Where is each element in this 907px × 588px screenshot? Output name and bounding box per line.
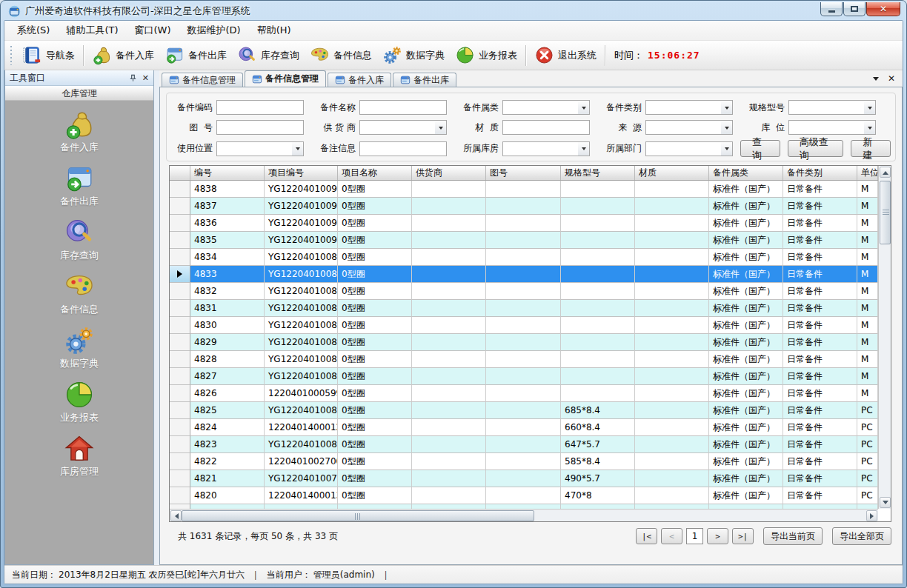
chevron-down-icon[interactable]: [721, 101, 732, 114]
table-row-4823[interactable]: 4823YG122040100800型圈647*5.7标准件（国产）日常备件PC: [170, 436, 878, 453]
column-header-项目编号[interactable]: 项目编号: [265, 166, 338, 180]
export-all-pages-button[interactable]: 导出全部页: [832, 527, 891, 545]
table-row-4827[interactable]: 4827YG122040100820型圈标准件（国产）日常备件M: [170, 368, 878, 385]
sidebar-section-warehouse[interactable]: 仓库管理: [5, 86, 153, 101]
table-row-4836[interactable]: 4836YG122040100910型圈标准件（国产）日常备件M: [170, 215, 878, 232]
column-header-规格型号[interactable]: 规格型号: [561, 166, 635, 180]
part-category-combo[interactable]: [645, 100, 733, 115]
scroll-right-icon[interactable]: [866, 510, 877, 521]
table-row-4832[interactable]: 4832YG122040100870型圈标准件（国产）日常备件M: [170, 283, 878, 300]
table-row-4830[interactable]: 4830YG122040100850型圈标准件（国产）日常备件M: [170, 317, 878, 334]
prev-page-button[interactable]: <: [661, 528, 682, 544]
horizontal-scrollbar[interactable]: [170, 509, 878, 521]
toolbar-button-备件出库[interactable]: 备件出库: [159, 43, 232, 67]
table-row-4824[interactable]: 482412204014000120型圈660*8.4标准件（国产）日常备件PC: [170, 419, 878, 436]
table-row-4834[interactable]: 4834YG122040100890型圈标准件（国产）日常备件M: [170, 249, 878, 266]
pin-icon[interactable]: [129, 74, 137, 82]
supplier-combo[interactable]: [359, 120, 447, 135]
advanced-query-button[interactable]: 高级查询: [788, 140, 844, 157]
table-row-4828[interactable]: 4828YG122040100830型圈标准件（国产）日常备件M: [170, 351, 878, 368]
remark-input[interactable]: [359, 141, 447, 156]
department-combo[interactable]: [645, 141, 733, 156]
usage-position-combo[interactable]: [216, 141, 304, 156]
part-code-input[interactable]: [216, 100, 304, 115]
tab-close-icon[interactable]: ✕: [888, 74, 895, 83]
last-page-button[interactable]: >|: [732, 528, 754, 544]
panel-splitter[interactable]: [154, 70, 159, 565]
sidebar-item-数据字典[interactable]: 数据字典: [5, 325, 153, 370]
table-row-4825[interactable]: 4825YG122040100810型圈685*8.4标准件（国产）日常备件PC: [170, 402, 878, 419]
toolbar-button-业务报表[interactable]: 业务报表: [450, 43, 522, 67]
chevron-down-icon[interactable]: [578, 101, 589, 114]
toolbar-button-备件入库[interactable]: 备件入库: [87, 43, 159, 67]
menu-item-5[interactable]: 帮助(H): [249, 21, 299, 40]
chevron-down-icon[interactable]: [292, 142, 303, 156]
source-combo[interactable]: [645, 120, 733, 135]
chevron-down-icon[interactable]: [721, 142, 732, 156]
menu-item-2[interactable]: 辅助工具(T): [58, 21, 126, 40]
table-row-4820[interactable]: 482012204014000130型圈470*8标准件（国产）日常备件PC: [170, 487, 878, 504]
column-header-图号[interactable]: 图号: [486, 166, 561, 180]
sidebar-item-备件入库[interactable]: 备件入库: [5, 109, 153, 154]
tab-4-备件出库[interactable]: 备件出库: [393, 73, 456, 87]
table-row-4822[interactable]: 482212204010027000型圈585*8.4标准件（国产）日常备件PC: [170, 453, 878, 470]
table-row-4829[interactable]: 4829YG122040100840型圈标准件（国产）日常备件M: [170, 334, 878, 351]
scroll-left-icon[interactable]: [170, 510, 182, 521]
tab-3-备件入库[interactable]: 备件入库: [328, 73, 391, 87]
part-name-input[interactable]: [359, 100, 447, 115]
chevron-down-icon[interactable]: [721, 121, 732, 134]
chevron-down-icon[interactable]: [864, 121, 875, 134]
sidebar-item-库房管理[interactable]: 库房管理: [5, 433, 153, 478]
maximize-button[interactable]: [843, 2, 866, 16]
vertical-scrollbar-thumb[interactable]: [880, 181, 891, 244]
table-row-4835[interactable]: 4835YG122040100900型圈标准件（国产）日常备件M: [170, 232, 878, 249]
toolbar-button-导航条[interactable]: 导航条: [17, 43, 80, 67]
minimize-button[interactable]: [820, 2, 843, 16]
toolbar-button-库存查询[interactable]: 库存查询: [232, 43, 305, 67]
toolbar-button-备件信息[interactable]: 备件信息: [305, 43, 377, 67]
toolbar-button-退出系统[interactable]: 退出系统: [529, 43, 602, 67]
close-button[interactable]: ✕: [866, 2, 900, 16]
sidebar-item-备件出库[interactable]: 备件出库: [5, 163, 153, 208]
horizontal-scrollbar-thumb[interactable]: [182, 510, 534, 521]
toolbar-grip[interactable]: [10, 46, 14, 65]
menu-item-4[interactable]: 数据维护(D): [179, 21, 249, 40]
warehouse-combo[interactable]: [502, 141, 590, 156]
tab-1-备件信息管理[interactable]: 备件信息管理: [162, 73, 243, 87]
location-combo[interactable]: [788, 120, 876, 135]
drawing-no-input[interactable]: [216, 120, 304, 135]
vertical-scrollbar[interactable]: [878, 166, 891, 509]
column-header-项目名称[interactable]: 项目名称: [338, 166, 412, 180]
scroll-up-icon[interactable]: [880, 167, 891, 178]
scroll-down-icon[interactable]: [880, 497, 891, 508]
table-row-4826[interactable]: 482612204010005990型圈标准件（国产）日常备件M: [170, 385, 878, 402]
panel-close-icon[interactable]: ✕: [142, 74, 149, 82]
column-header-材质[interactable]: 材质: [635, 166, 709, 180]
column-header-单位[interactable]: 单位: [857, 166, 878, 180]
table-row-4837[interactable]: 4837YG122040100920型圈标准件（国产）日常备件M: [170, 198, 878, 215]
chevron-down-icon[interactable]: [864, 101, 875, 114]
tab-2-备件信息管理[interactable]: 备件信息管理: [245, 70, 326, 87]
part-class-combo[interactable]: [502, 100, 590, 115]
column-header-备件属类[interactable]: 备件属类: [709, 166, 783, 180]
column-header-selector[interactable]: [170, 166, 190, 180]
chevron-down-icon[interactable]: [578, 142, 589, 156]
menu-item-1[interactable]: 系统(S): [9, 21, 58, 40]
column-header-供货商[interactable]: 供货商: [412, 166, 486, 180]
new-button[interactable]: 新建: [851, 140, 891, 157]
tab-list-dropdown-icon[interactable]: [873, 77, 879, 84]
sidebar-item-库存查询[interactable]: 库存查询: [5, 217, 153, 262]
table-row-4831[interactable]: 4831YG122040100860型圈标准件（国产）日常备件M: [170, 300, 878, 317]
table-row-4833[interactable]: 4833YG122040100880型圈标准件（国产）日常备件M: [170, 266, 878, 283]
query-button[interactable]: 查询: [740, 140, 780, 157]
spec-model-combo[interactable]: [788, 100, 876, 115]
column-header-备件类别[interactable]: 备件类别: [783, 166, 857, 180]
export-current-page-button[interactable]: 导出当前页: [763, 527, 823, 545]
next-page-button[interactable]: >: [707, 528, 728, 544]
menu-item-3[interactable]: 窗口(W): [127, 21, 179, 40]
material-input[interactable]: [502, 120, 590, 135]
table-row-4838[interactable]: 4838YG122040100930型圈标准件（国产）日常备件M: [170, 181, 878, 198]
chevron-down-icon[interactable]: [435, 121, 446, 134]
column-header-编号[interactable]: 编号: [190, 166, 265, 180]
sidebar-item-备件信息[interactable]: 备件信息: [5, 271, 153, 316]
